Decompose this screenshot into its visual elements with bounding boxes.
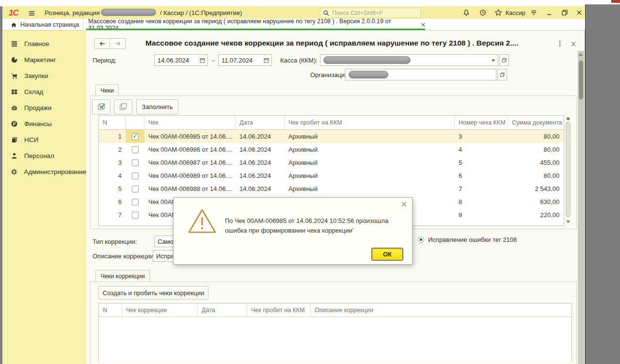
col-n[interactable]: N: [99, 303, 122, 317]
col-printed[interactable]: Чек пробит на ККМ: [285, 116, 455, 129]
scroll-up-icon[interactable]: [579, 53, 583, 56]
form-close-icon[interactable]: [569, 40, 578, 48]
minimize-button[interactable]: [545, 8, 554, 17]
tab-checks[interactable]: Чеки: [95, 84, 119, 96]
tab-correction-checks[interactable]: Чеки коррекции: [95, 270, 150, 282]
scroll-down-icon[interactable]: [566, 221, 570, 223]
period-to-input[interactable]: 11.07.2024: [218, 54, 261, 66]
sidebar-item-personal[interactable]: Персонал: [2, 148, 86, 164]
calendar-icon[interactable]: [261, 54, 272, 66]
table-row[interactable]: 5 Чек 00АМ-006988 от 14.06.... 14.06.202…: [99, 182, 564, 195]
col-check[interactable]: Чек: [144, 116, 236, 129]
sidebar-item-finansy[interactable]: Финансы: [2, 116, 86, 132]
form-scrollbar[interactable]: [578, 51, 584, 364]
sidebar-item-zakupki[interactable]: Закупки: [2, 68, 86, 84]
check-all-button[interactable]: [92, 99, 111, 114]
kkm-dropdown-button[interactable]: [488, 54, 498, 66]
col-description[interactable]: Описание коррекции: [311, 303, 572, 317]
col-n[interactable]: N: [99, 116, 126, 129]
form-scrollbar-thumb[interactable]: [579, 61, 583, 99]
sidebar-item-glavnoe[interactable]: Главное: [2, 36, 86, 52]
kkm-field[interactable]: [320, 54, 489, 66]
global-search-input[interactable]: Поиск Ctrl+Shift+F: [320, 8, 421, 18]
row-checkbox-cell[interactable]: [126, 156, 144, 169]
sidebar-item-label: Склад: [24, 88, 43, 95]
checkbox[interactable]: [132, 212, 139, 219]
col-sum[interactable]: Сумма документа: [508, 116, 563, 129]
checkbox[interactable]: [132, 159, 139, 166]
col-printed[interactable]: Чек пробит на ККМ: [247, 303, 311, 317]
user-label[interactable]: Кассир: [506, 10, 525, 16]
checkbox[interactable]: [132, 199, 139, 206]
sidebar-item-administrirovanie[interactable]: Администрирование: [2, 164, 86, 180]
col-date[interactable]: Дата: [198, 303, 247, 317]
ruble-coin-icon: [11, 120, 18, 127]
sidebar-item-nsi[interactable]: НСИ: [2, 132, 86, 148]
home-tab-label: Начальная страница: [20, 21, 79, 28]
scroll-up-dot[interactable]: [567, 117, 570, 120]
sidebar: Главное Маркетинг Закупки Склад Продажи …: [2, 31, 86, 364]
row-checkbox-cell[interactable]: [126, 169, 144, 182]
favorites-star-icon[interactable]: [494, 8, 503, 17]
org-open-button[interactable]: [497, 69, 507, 80]
kkm-open-button[interactable]: [499, 54, 509, 66]
fill-button[interactable]: Заполнить: [136, 99, 178, 114]
tab-close-icon[interactable]: [421, 22, 426, 27]
col-number[interactable]: Номер чека ККМ: [455, 116, 508, 129]
more-actions-icon[interactable]: [556, 39, 564, 48]
row-number: 6: [99, 195, 126, 208]
desktop-red-accent: [611, 0, 620, 3]
sidebar-item-label: Главное: [24, 40, 49, 47]
row-sum: 220,00: [508, 208, 563, 222]
sidebar-item-marketing[interactable]: Маркетинг: [2, 52, 86, 68]
radio-fix-2108[interactable]: Исправление ошибки тег 2108: [418, 236, 517, 243]
uncheck-all-button[interactable]: [114, 99, 132, 114]
sidebar-item-sklad[interactable]: Склад: [2, 84, 86, 100]
table-row[interactable]: 1 Чек 00АМ-006985 от 14.06.... 14.06.202…: [99, 130, 564, 143]
row-checkbox-cell[interactable]: [126, 182, 144, 195]
table-row[interactable]: 2 Чек 00АМ-006986 от 14.06.... 14.06.202…: [99, 143, 564, 156]
org-field[interactable]: [345, 69, 496, 80]
dialog-close-icon[interactable]: [401, 201, 407, 207]
list-icon: [11, 40, 18, 47]
close-window-button[interactable]: [575, 8, 584, 17]
checkbox[interactable]: [132, 173, 139, 179]
tab-home[interactable]: Начальная страница: [2, 19, 83, 31]
checkbox[interactable]: [132, 186, 139, 192]
history-icon[interactable]: [478, 8, 487, 17]
row-checkbox-cell[interactable]: [126, 195, 144, 208]
row-date: 14.06.2024: [236, 156, 285, 169]
col-date[interactable]: Дата: [236, 116, 285, 129]
table-scrollbar[interactable]: [565, 116, 571, 225]
col-correction-check[interactable]: Чек коррекции: [122, 303, 198, 317]
search-placeholder: Поиск Ctrl+Shift+F: [332, 10, 383, 16]
forward-button[interactable]: [110, 38, 126, 49]
row-check-name: Чек 00АМ-006985 от 14.06....: [144, 130, 236, 143]
row-checkbox-cell[interactable]: [126, 143, 144, 156]
sidebar-item-label: Закупки: [24, 72, 48, 79]
scrollbar-thumb[interactable]: [566, 122, 571, 217]
service-menu-icon[interactable]: [529, 8, 538, 17]
period-from-input[interactable]: 14.06.2024: [154, 54, 197, 66]
table-row[interactable]: 4 Чек 00АМ-006989 от 14.06.... 14.06.202…: [99, 169, 564, 182]
sidebar-item-label: Маркетинг: [24, 56, 56, 63]
checkbox[interactable]: [132, 133, 139, 140]
notifications-bell-icon[interactable]: [462, 8, 471, 17]
radio-icon[interactable]: [418, 237, 424, 243]
period-separator: -: [212, 57, 214, 64]
create-and-print-button[interactable]: Создать и пробить чеки коррекции: [98, 286, 208, 300]
calendar-icon[interactable]: [197, 54, 208, 66]
main-menu-icon[interactable]: [27, 9, 36, 17]
row-checkbox-cell[interactable]: [126, 130, 144, 143]
row-checkbox-cell[interactable]: [126, 208, 144, 222]
col-checkbox[interactable]: [126, 116, 144, 129]
back-button[interactable]: [94, 38, 110, 49]
restore-window-button[interactable]: [560, 8, 569, 17]
checkbox[interactable]: [132, 146, 139, 153]
ok-button[interactable]: ОК: [372, 248, 403, 260]
row-kkm-number: 9: [455, 208, 508, 222]
row-printed-status: Архивный: [285, 156, 455, 169]
row-number: 2: [99, 143, 126, 156]
sidebar-item-prodazhi[interactable]: Продажи: [2, 100, 86, 116]
table-row[interactable]: 3 Чек 00АМ-006987 от 14.06.... 14.06.202…: [99, 156, 564, 169]
